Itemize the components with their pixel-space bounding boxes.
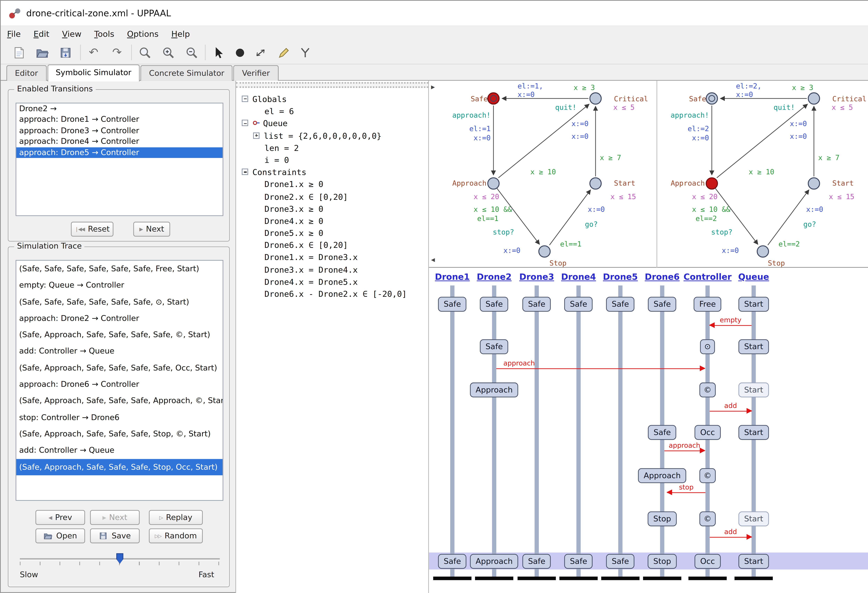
- transition-item[interactable]: approach: Drone1 → Controller: [16, 114, 223, 125]
- msc-column-header[interactable]: Drone4: [561, 272, 596, 282]
- location-tool-button[interactable]: [230, 43, 249, 62]
- constraint-row[interactable]: Drone1.x ≥ 0: [238, 179, 427, 191]
- msc-state-box[interactable]: Safe: [648, 297, 676, 312]
- location-critical[interactable]: [590, 93, 601, 104]
- tree-leaf[interactable]: el = 6: [238, 106, 427, 118]
- trace-item[interactable]: approach: Drone6 → Controller: [16, 376, 223, 393]
- msc-state-box[interactable]: Safe: [523, 297, 551, 312]
- transition-item[interactable]: Drone2 →: [16, 103, 223, 114]
- tab-editor[interactable]: Editor: [6, 65, 47, 81]
- msc-state-box[interactable]: Approach: [470, 554, 518, 569]
- msc-column-header[interactable]: Drone1: [435, 272, 470, 282]
- edge-tool-button[interactable]: [252, 43, 270, 62]
- msc-column-header[interactable]: Queue: [738, 272, 769, 282]
- trace-item[interactable]: stop: Controller → Drone6: [16, 409, 223, 426]
- location-safe[interactable]: [706, 93, 717, 104]
- automaton-drone2[interactable]: Safe Critical x ≤ 5 Approach x ≤ 20 Star…: [657, 81, 868, 268]
- constraint-row[interactable]: Drone6.x ∈ [0,20]: [238, 240, 427, 252]
- msc-state-box[interactable]: Start: [738, 554, 769, 569]
- trace-item[interactable]: (Safe, Approach, Safe, Safe, Safe, Safe,…: [16, 360, 223, 376]
- msc-state-box[interactable]: ©: [700, 512, 716, 527]
- msc-state-box[interactable]: Stop: [648, 512, 677, 527]
- menu-view[interactable]: View: [56, 27, 88, 42]
- msc-state-box[interactable]: Occ: [695, 554, 720, 569]
- undo-button[interactable]: ↶: [84, 43, 103, 62]
- prev-button[interactable]: ◀Prev: [35, 510, 85, 525]
- location-stop[interactable]: [757, 246, 769, 257]
- location-approach[interactable]: [488, 178, 499, 189]
- trace-item[interactable]: empty: Queue → Controller: [16, 277, 223, 294]
- msc-state-box[interactable]: Free: [694, 297, 722, 312]
- splitter-collapse-icon[interactable]: ◀: [431, 258, 435, 263]
- constraint-row[interactable]: Drone3.x = Drone4.x: [238, 264, 427, 276]
- constraint-row[interactable]: Drone3.x ≥ 0: [238, 203, 427, 215]
- next-transition-button[interactable]: ▶Next: [133, 222, 170, 237]
- zoom-fit-button[interactable]: [136, 43, 154, 62]
- trace-item[interactable]: add: Controller → Queue: [16, 343, 223, 360]
- reset-button[interactable]: ❘◀◀Reset: [71, 222, 114, 237]
- constraint-row[interactable]: Drone6.x - Drone2.x ∈ [-20,0]: [238, 288, 427, 300]
- automaton-drone1[interactable]: Safe Critical x ≤ 5 Approach x ≤ 20 Star…: [438, 81, 657, 268]
- msc-column-header[interactable]: Drone3: [519, 272, 554, 282]
- trace-item[interactable]: add: Controller → Queue: [16, 442, 223, 459]
- msc-state-box[interactable]: Safe: [564, 297, 593, 312]
- save-file-button[interactable]: [56, 43, 74, 62]
- msc-state-box[interactable]: Start: [738, 297, 769, 312]
- msc-state-box[interactable]: Start: [738, 512, 769, 527]
- simulation-trace-list[interactable]: (Safe, Safe, Safe, Safe, Safe, Safe, Fre…: [16, 260, 223, 501]
- tree-leaf[interactable]: i = 0: [238, 155, 427, 166]
- new-file-button[interactable]: [9, 43, 28, 62]
- constraint-row[interactable]: Drone2.x ∈ [0,20]: [238, 191, 427, 203]
- tab-symbolic-simulator[interactable]: Symbolic Simulator: [47, 65, 140, 81]
- msc-state-box[interactable]: Approach: [470, 383, 518, 397]
- tree-node-queue[interactable]: Queue: [238, 118, 427, 130]
- select-tool-button[interactable]: [209, 43, 227, 62]
- location-approach[interactable]: [706, 178, 717, 189]
- tab-concrete-simulator[interactable]: Concrete Simulator: [140, 65, 233, 81]
- location-start[interactable]: [808, 178, 819, 189]
- msc-state-box[interactable]: Start: [738, 425, 769, 440]
- transition-item-selected[interactable]: approach: Drone5 → Controller: [16, 147, 223, 158]
- msc-state-box[interactable]: ©: [700, 383, 716, 397]
- tab-verifier[interactable]: Verifier: [233, 65, 278, 81]
- expand-icon[interactable]: [253, 132, 260, 138]
- msc-state-box[interactable]: Safe: [480, 339, 508, 354]
- menu-file[interactable]: File: [1, 27, 27, 42]
- msc-state-box[interactable]: Safe: [480, 297, 508, 312]
- constraint-row[interactable]: Drone4.x = Drone5.x: [238, 276, 427, 288]
- location-stop[interactable]: [539, 246, 550, 257]
- pencil-tool-button[interactable]: [275, 43, 293, 62]
- zoom-out-button[interactable]: [182, 43, 201, 62]
- msc-state-box[interactable]: Occ: [695, 425, 720, 440]
- open-trace-button[interactable]: Open: [35, 528, 85, 543]
- trace-item[interactable]: (Safe, Approach, Safe, Safe, Safe, Safe,…: [16, 327, 223, 343]
- msc-state-box[interactable]: ©: [700, 468, 716, 483]
- location-safe[interactable]: [488, 93, 499, 104]
- location-start[interactable]: [590, 178, 601, 189]
- tree-node-constraints[interactable]: Constraints: [238, 166, 427, 179]
- collapse-icon[interactable]: [242, 120, 248, 127]
- trace-item[interactable]: (Safe, Approach, Safe, Safe, Safe, Appro…: [16, 393, 223, 409]
- save-trace-button[interactable]: Save: [90, 528, 140, 543]
- msc-column-header[interactable]: Drone5: [603, 272, 638, 282]
- msc-column-header[interactable]: Drone6: [645, 272, 680, 282]
- redo-button[interactable]: ↷: [108, 43, 126, 62]
- msc-state-box[interactable]: Start: [738, 339, 769, 354]
- msc-state-box[interactable]: Stop: [648, 554, 677, 569]
- msc-state-box[interactable]: Safe: [523, 554, 551, 569]
- constraint-row[interactable]: Drone1.x = Drone3.x: [238, 252, 427, 264]
- msc-state-box[interactable]: ⊙: [700, 339, 715, 354]
- constraint-row[interactable]: Drone4.x ≥ 0: [238, 215, 427, 227]
- tree-leaf[interactable]: len = 2: [238, 142, 427, 155]
- transition-item[interactable]: approach: Drone4 → Controller: [16, 136, 223, 147]
- msc-state-box[interactable]: Start: [738, 383, 769, 397]
- random-button[interactable]: ▷▷Random: [149, 528, 203, 543]
- msc-state-box[interactable]: Safe: [648, 425, 676, 440]
- trace-item-selected[interactable]: (Safe, Approach, Safe, Safe, Safe, Stop,…: [16, 459, 223, 475]
- replay-button[interactable]: ▷Replay: [149, 510, 203, 525]
- enabled-transitions-list[interactable]: Drone2 → approach: Drone1 → Controller a…: [16, 103, 223, 216]
- msc-state-box[interactable]: Safe: [438, 554, 466, 569]
- msc-column-header[interactable]: Drone2: [477, 272, 512, 282]
- menu-edit[interactable]: Edit: [27, 27, 56, 42]
- msc-column-header[interactable]: Controller: [683, 272, 732, 282]
